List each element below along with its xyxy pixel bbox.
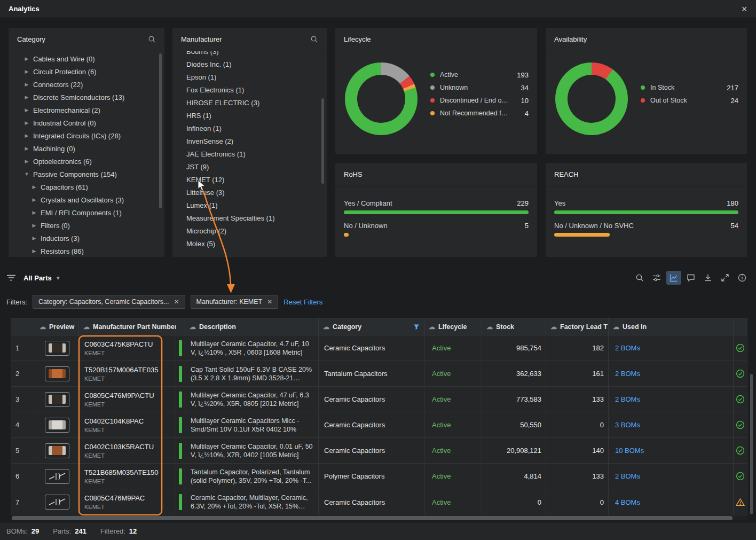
- part-preview-schematic[interactable]: [45, 469, 69, 484]
- part-preview-schematic[interactable]: [45, 495, 69, 510]
- search-icon[interactable]: [310, 35, 318, 43]
- view-selector[interactable]: All Parts: [23, 274, 52, 282]
- filter-chip[interactable]: Category: Capacitors, Ceramic Capacitors…: [33, 295, 185, 309]
- table-row[interactable]: 6T521B685M035ATE150KEMETTantalum Capacit…: [11, 464, 747, 489]
- category-item[interactable]: ▶Optoelectronics (6): [9, 155, 164, 168]
- category-item[interactable]: ▶Machining (0): [9, 142, 164, 155]
- used-in-link[interactable]: 2 BOMs: [615, 370, 640, 378]
- column-header-stock[interactable]: ☁Stock: [482, 318, 546, 335]
- used-in-link[interactable]: 3 BOMs: [615, 421, 640, 429]
- manufacturer-item[interactable]: Littelfuse (3): [172, 186, 327, 199]
- row-number: 2: [11, 361, 35, 386]
- table-row[interactable]: 5C0402C103K5RACTUKEMETMultilayer Ceramic…: [11, 438, 747, 464]
- filter-options-icon[interactable]: [649, 271, 664, 285]
- column-header-category[interactable]: ☁Category: [319, 318, 424, 335]
- search-icon[interactable]: [148, 35, 156, 43]
- part-preview-image[interactable]: [45, 366, 69, 381]
- category-scrollbar[interactable]: [159, 53, 162, 208]
- category-item[interactable]: ▶Electromechanical (2): [9, 104, 164, 116]
- close-icon[interactable]: ✕: [741, 5, 747, 13]
- category-item[interactable]: ▶Crystals and Oscillators (3): [9, 193, 164, 206]
- column-header-blank[interactable]: [11, 318, 35, 335]
- filter-list-icon[interactable]: [6, 274, 16, 281]
- manufacturer-item[interactable]: HRS (1): [172, 109, 327, 122]
- table-row[interactable]: 2T520B157M006ATE035KEMETCap Tant Solid 1…: [11, 361, 747, 387]
- used-in-link[interactable]: 10 BOMs: [615, 447, 644, 455]
- part-preview-image[interactable]: [45, 392, 69, 407]
- category-item[interactable]: ▶Industrial Control (0): [9, 116, 164, 129]
- manufacturer-item[interactable]: KEMET (12): [172, 173, 327, 186]
- part-number-cell[interactable]: C0402C104K8PACKEMET: [79, 412, 176, 437]
- comments-icon[interactable]: [683, 271, 698, 285]
- part-preview-image[interactable]: [45, 341, 69, 356]
- cloud-icon: ☁: [613, 324, 619, 330]
- category-item-label: Capacitors (61): [41, 183, 88, 191]
- category-item[interactable]: ▶Resistors (86): [9, 245, 164, 257]
- column-header-preview[interactable]: ☁Preview: [35, 318, 79, 335]
- manufacturer-item[interactable]: HIROSE ELECTRIC (3): [172, 96, 327, 109]
- manufacturer-scrollbar[interactable]: [321, 98, 324, 184]
- category-item[interactable]: ▼Passive Components (154): [9, 168, 164, 181]
- category-item[interactable]: ▶Cables and Wire (0): [9, 52, 164, 65]
- manufacturer-item[interactable]: Microchip (2): [172, 224, 327, 237]
- column-header-manufacturer-part-number[interactable]: ☁Manufacturer Part Number: [79, 318, 176, 335]
- manufacturer-item[interactable]: Fox Electronics (1): [172, 83, 327, 96]
- manufacturer-item[interactable]: Measurement Specialties (1): [172, 212, 327, 224]
- manufacturer-item[interactable]: Bourns (3): [172, 51, 327, 58]
- part-number-cell[interactable]: T521B685M035ATE150KEMET: [79, 464, 176, 489]
- manufacturer-item[interactable]: Lumex (1): [172, 199, 327, 212]
- search-icon[interactable]: [632, 271, 647, 285]
- info-icon[interactable]: [735, 271, 750, 285]
- manufacturer-item[interactable]: Epson (1): [172, 71, 327, 83]
- manufacturer-item[interactable]: Infineon (1): [172, 122, 327, 135]
- category-item[interactable]: ▶Circuit Protection (6): [9, 65, 164, 78]
- part-category: Ceramic Capacitors: [319, 387, 424, 412]
- column-header-blank[interactable]: [734, 318, 747, 335]
- table-vertical-scrollbar[interactable]: [750, 374, 753, 514]
- reset-filters-link[interactable]: Reset Filters: [284, 298, 322, 306]
- remove-filter-icon[interactable]: ✕: [174, 298, 179, 306]
- table-row[interactable]: 3C0805C476M9PACTUKEMETMultilayer Ceramic…: [11, 387, 747, 412]
- availability-donut-chart: [555, 62, 628, 135]
- part-number-cell[interactable]: C0603C475K8PACTUKEMET: [79, 335, 176, 361]
- bar-value: 229: [517, 199, 529, 207]
- part-preview-image[interactable]: [45, 418, 69, 433]
- used-in-link[interactable]: 2 BOMs: [615, 344, 640, 352]
- table-row[interactable]: 1C0603C475K8PACTUKEMETMultilayer Ceramic…: [11, 335, 747, 361]
- manufacturer-item[interactable]: JAE Electronics (1): [172, 147, 327, 160]
- category-item[interactable]: ▶EMI / RFI Components (1): [9, 206, 164, 219]
- category-item[interactable]: ▶Capacitors (61): [9, 181, 164, 193]
- part-description: Multilayer Ceramic Capacitor, 47 uF, 6.3…: [185, 387, 319, 412]
- category-item[interactable]: ▶Discrete Semiconductors (13): [9, 91, 164, 104]
- column-header-description[interactable]: ☁Description: [185, 318, 319, 335]
- column-header-lifecycle[interactable]: ☁Lifecycle: [424, 318, 482, 335]
- category-item[interactable]: ▶Integrated Circuits (ICs) (28): [9, 129, 164, 142]
- part-number-cell[interactable]: C0402C103K5RACTUKEMET: [79, 438, 176, 463]
- part-preview-image[interactable]: [45, 443, 69, 458]
- column-header-blank[interactable]: [176, 318, 185, 335]
- horizontal-scrollbar[interactable]: [11, 516, 747, 520]
- used-in-link[interactable]: 4 BOMs: [615, 498, 640, 506]
- manufacturer-item[interactable]: Molex (5): [172, 237, 327, 250]
- chart-view-icon[interactable]: [666, 271, 681, 285]
- category-item[interactable]: ▶Connectors (22): [9, 78, 164, 91]
- manufacturer-item[interactable]: Diodes Inc. (1): [172, 58, 327, 71]
- download-icon[interactable]: [700, 271, 715, 285]
- part-number-cell[interactable]: C0805C476M9PACKEMET: [79, 489, 176, 515]
- part-number-cell[interactable]: C0805C476M9PACTUKEMET: [79, 387, 176, 412]
- category-item[interactable]: ▶Filters (0): [9, 219, 164, 232]
- expand-icon[interactable]: [718, 271, 733, 285]
- used-in-link[interactable]: 2 BOMs: [615, 472, 640, 480]
- used-in-link[interactable]: 2 BOMs: [615, 395, 640, 403]
- table-row[interactable]: 7C0805C476M9PACKEMETCeramic Capacitor, M…: [11, 489, 747, 515]
- table-row[interactable]: 4C0402C104K8PACKEMETMultilayer Ceramic C…: [11, 412, 747, 438]
- column-header-factory-lead-t[interactable]: ☁Factory Lead T: [546, 318, 609, 335]
- manufacturer-item[interactable]: InvenSense (2): [172, 135, 327, 147]
- remove-filter-icon[interactable]: ✕: [267, 298, 272, 306]
- part-number-cell[interactable]: T520B157M006ATE035KEMET: [79, 361, 176, 386]
- manufacturer-item[interactable]: JST (9): [172, 160, 327, 173]
- filter-chip[interactable]: Manufacturer: KEMET✕: [191, 295, 279, 309]
- column-header-used-in[interactable]: ☁Used In: [609, 318, 734, 335]
- category-item[interactable]: ▶Inductors (3): [9, 232, 164, 245]
- filter-funnel-icon[interactable]: [413, 324, 420, 330]
